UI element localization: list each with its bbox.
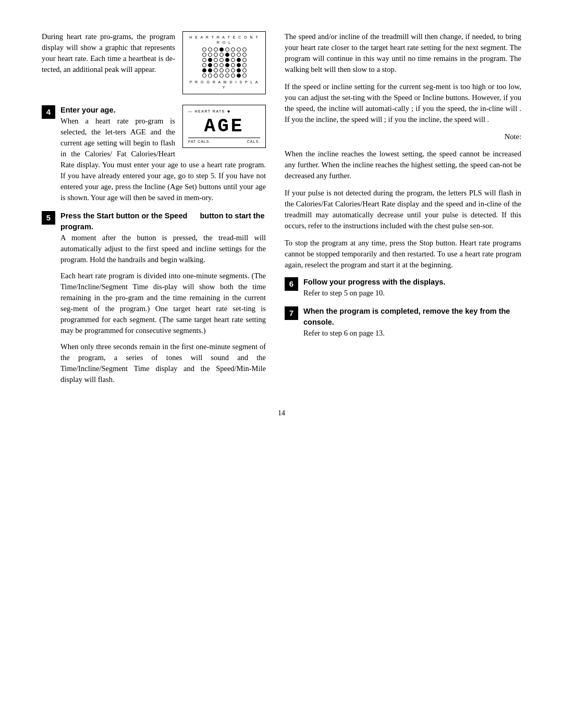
- step-7-block: 7 When the program is completed, remove …: [285, 306, 521, 339]
- dot: [219, 68, 224, 72]
- dot: [219, 53, 224, 57]
- hrc-row-3: [187, 58, 261, 62]
- two-column-layout: H E A R T R A T E C O N T R O L: [42, 31, 521, 392]
- dot: [242, 73, 247, 78]
- dot: [231, 68, 235, 72]
- fat-cals-label: FAT CALS.: [188, 139, 211, 144]
- dot: [231, 58, 235, 62]
- step-4-number: 4: [42, 105, 55, 119]
- dot: [242, 63, 247, 67]
- dot: [219, 47, 224, 52]
- dot: [202, 73, 206, 78]
- step-6-content: Follow your progress with the displays. …: [303, 277, 521, 299]
- right-para-4: If your pulse is not detected during the…: [285, 188, 521, 231]
- step-5-para2: Each heart rate program is divided into …: [60, 270, 266, 336]
- heart-label: —: [188, 109, 193, 114]
- dot: [208, 58, 212, 62]
- step-7-heading: When the program is completed, remove th…: [303, 306, 521, 328]
- dot: [208, 68, 212, 72]
- step-5-block: 5 Press the Start button or the Speed bu…: [42, 211, 266, 385]
- dot: [219, 73, 224, 78]
- hrc-row-5: [187, 68, 261, 72]
- dot: [214, 47, 218, 52]
- dot: [237, 47, 241, 52]
- dot: [225, 53, 229, 57]
- step-6-number: 6: [285, 277, 298, 291]
- dot: [225, 58, 229, 62]
- heart-icon: ♥: [227, 108, 231, 115]
- hrc-title: H E A R T R A T E C O N T R O L: [187, 35, 261, 45]
- note-label: Note:: [285, 131, 521, 142]
- dot: [202, 53, 206, 57]
- step-6-block: 6 Follow your progress with the displays…: [285, 277, 521, 299]
- dot: [242, 58, 247, 62]
- dot: [225, 68, 229, 72]
- dot: [231, 63, 235, 67]
- dot: [208, 63, 212, 67]
- step-5-para3: When only three seconds remain in the fi…: [60, 341, 266, 385]
- left-column: H E A R T R A T E C O N T R O L: [42, 31, 266, 392]
- right-column: The speed and/or incline of the treadmil…: [285, 31, 521, 392]
- dot: [208, 47, 212, 52]
- step-4-block: 4 — HEART RATE ♥: [42, 105, 266, 203]
- dot: [214, 68, 218, 72]
- dot: [202, 58, 206, 62]
- dot: [231, 53, 235, 57]
- age-label-text: HEART RATE: [195, 109, 226, 114]
- age-display: — HEART RATE ♥ AGE FAT CALS. CALS.: [182, 105, 266, 155]
- right-para-1: The speed and/or incline of the treadmil…: [285, 31, 521, 75]
- step-5-number: 5: [42, 211, 55, 225]
- right-para-3: When the incline reaches the lowest sett…: [285, 149, 521, 181]
- right-para-5: To stop the program at any time, press t…: [285, 238, 521, 270]
- step-7-content: When the program is completed, remove th…: [303, 306, 521, 339]
- dot: [237, 63, 241, 67]
- dot: [214, 63, 218, 67]
- dot: [214, 73, 218, 78]
- dot: [242, 53, 247, 57]
- intro-section: H E A R T R A T E C O N T R O L: [42, 31, 266, 105]
- step-5-para1: A moment after the button is pressed, th…: [60, 232, 266, 265]
- dot: [208, 73, 212, 78]
- step-7-para1: Refer to step 6 on page 13.: [303, 328, 521, 339]
- step-7-number: 7: [285, 306, 298, 320]
- hrc-bottom-label: P R O G R A M D I S P L A Y: [187, 80, 261, 90]
- step-5-heading: Press the Start button or the Speed butt…: [60, 211, 266, 232]
- step-6-para1: Refer to step 5 on page 10.: [303, 288, 521, 299]
- hrc-row-1: [187, 47, 261, 52]
- page: H E A R T R A T E C O N T R O L: [0, 0, 563, 728]
- dot: [202, 68, 206, 72]
- dot: [208, 53, 212, 57]
- right-para-2: If the speed or incline setting for the …: [285, 81, 521, 125]
- age-top-label: — HEART RATE ♥: [188, 108, 260, 115]
- age-digits: AGE: [188, 116, 260, 137]
- dot: [237, 53, 241, 57]
- dot: [214, 53, 218, 57]
- dot: [225, 47, 229, 52]
- age-bottom-labels: FAT CALS. CALS.: [188, 138, 260, 144]
- dot: [219, 63, 224, 67]
- step-5-heading-part1: Press the Start button or the Speed: [60, 212, 187, 220]
- cals-label: CALS.: [247, 139, 260, 144]
- dot: [219, 58, 224, 62]
- dot: [231, 73, 235, 78]
- dot: [225, 63, 229, 67]
- dot: [237, 68, 241, 72]
- hrc-row-2: [187, 53, 261, 57]
- step-4-clearfix: — HEART RATE ♥ AGE FAT CALS. CALS.: [60, 105, 266, 203]
- dot: [242, 68, 247, 72]
- dot: [237, 58, 241, 62]
- step-5-content: Press the Start button or the Speed butt…: [60, 211, 266, 385]
- dot: [202, 47, 206, 52]
- step-4-content: — HEART RATE ♥ AGE FAT CALS. CALS.: [60, 105, 266, 203]
- hrc-row-6: [187, 73, 261, 78]
- dot: [225, 73, 229, 78]
- hrc-graphic: H E A R T R A T E C O N T R O L: [182, 31, 266, 101]
- dot: [242, 47, 247, 52]
- dot: [237, 73, 241, 78]
- dot: [202, 63, 206, 67]
- hrc-row-4: [187, 63, 261, 67]
- step-6-heading: Follow your progress with the displays.: [303, 277, 521, 288]
- dot: [231, 47, 235, 52]
- dot: [214, 58, 218, 62]
- page-number: 14: [42, 408, 521, 418]
